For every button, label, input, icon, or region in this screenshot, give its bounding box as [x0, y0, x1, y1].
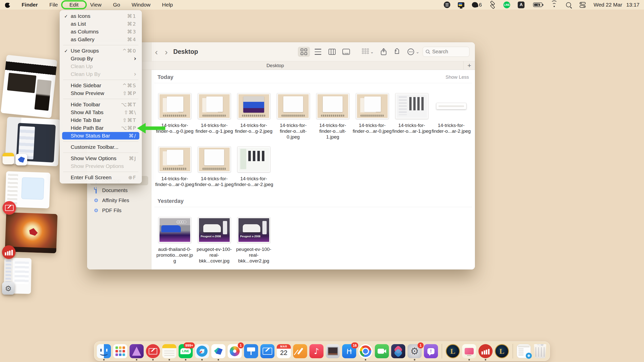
menu-window[interactable]: Window — [131, 1, 151, 8]
dock-spark-mail-icon[interactable] — [146, 344, 160, 358]
menu-finder[interactable]: Finder — [21, 1, 39, 8]
dock-alert-bubble-app-icon[interactable]: ! — [424, 344, 438, 358]
control-center-icon[interactable] — [579, 2, 586, 8]
file-item[interactable]: audi-thailand-0-promotio...over.jpg — [155, 217, 194, 264]
menu-item-hide-toolbar[interactable]: Hide Toolbar⌥⌘T — [62, 101, 139, 108]
battery-icon[interactable]: ⚡ — [532, 2, 543, 8]
dock-shortcuts-icon[interactable] — [391, 344, 405, 358]
dock-safari-icon[interactable] — [195, 344, 209, 358]
back-button[interactable]: ‹ — [151, 48, 161, 56]
dock-image-capture-icon[interactable] — [326, 344, 340, 358]
dock-calendar-icon[interactable]: MAR22 — [277, 344, 291, 358]
dock-launchpad-icon[interactable] — [113, 344, 127, 358]
menu-go[interactable]: Go — [112, 1, 121, 8]
menu-item-use-groups[interactable]: ✓Use Groups^⌘0 — [62, 47, 139, 55]
menu-file[interactable]: File — [48, 1, 59, 8]
dock-photos-icon[interactable]: 1 — [228, 344, 242, 358]
view-menu-dropdown: ✓as Icons⌘1 as List⌘2 as Columns⌘3 as Ga… — [60, 10, 142, 184]
dock-trash-icon[interactable] — [533, 344, 547, 358]
apple-menu[interactable] — [5, 2, 11, 8]
search-input[interactable] — [432, 49, 462, 55]
line-status-icon[interactable]: LINE — [503, 2, 510, 8]
column-view-icon — [329, 49, 336, 55]
menu-item-customize-toolbar[interactable]: Customize Toolbar... — [62, 143, 139, 151]
file-item[interactable]: 14-tricks-for-finder-o...ar-1.jpeg — [392, 93, 431, 140]
menu-item-as-list[interactable]: as List⌘2 — [62, 20, 139, 28]
dock-riot-games-icon[interactable] — [478, 344, 493, 358]
display-status-icon[interactable] — [458, 2, 464, 8]
menu-item-as-icons[interactable]: ✓as Icons⌘1 — [62, 12, 139, 20]
file-item[interactable]: 14-tricks-for-finder-o...g-1.jpeg — [194, 93, 234, 140]
dock-affinity-photo-icon[interactable] — [130, 344, 144, 358]
menu-item-hide-path-bar[interactable]: Hide Path Bar⌥⌘P — [62, 124, 139, 132]
show-less-today[interactable]: Show Less — [446, 74, 469, 80]
forward-button[interactable]: › — [161, 48, 171, 56]
file-item[interactable]: 14-tricks-for-finder-o...ar-0.jpeg — [352, 93, 392, 140]
sidebar-item-documents[interactable]: Documents — [90, 186, 148, 195]
dock-chrome-icon[interactable] — [358, 344, 373, 358]
file-item[interactable]: 14-tricks-for-finder-o...ult-1.jpeg — [313, 93, 352, 140]
browser-window-thumbnail[interactable] — [1, 55, 57, 118]
tab-desktop[interactable]: Desktop — [87, 63, 463, 68]
dock-league-of-legends-icon-2[interactable]: L — [495, 344, 509, 358]
menu-item-show-all-tabs[interactable]: Show All Tabs⇧⌘\ — [62, 109, 139, 116]
menu-item-show-preview[interactable]: Show Preview⇧⌘P — [62, 89, 139, 97]
file-item[interactable]: 14-tricks-for-finder-o...ar-1.jpeg — [194, 147, 234, 187]
finder-window: ‹ › Desktop ⌄ — [87, 42, 475, 269]
spotlight-icon[interactable] — [565, 2, 572, 8]
dock-notes-icon[interactable] — [162, 344, 176, 358]
file-item[interactable]: 14-tricks-for-finder-o...ult-0.jpeg — [273, 93, 313, 140]
dock-cleanmymac-icon[interactable] — [462, 344, 476, 358]
input-source-icon[interactable]: A — [518, 2, 525, 8]
sidebar-item-pdf-fils[interactable]: ⚙ PDF Fils — [90, 206, 148, 215]
list-view-button[interactable] — [312, 47, 324, 57]
share-button[interactable] — [380, 48, 387, 56]
more-actions-button[interactable]: ⌄ — [407, 48, 419, 56]
file-item[interactable]: 14-tricks-for-finder-o...ar-2.jpeg — [431, 93, 471, 140]
section-title-yesterday: Yesterday — [157, 198, 184, 204]
dock-league-of-legends-icon[interactable]: L — [446, 344, 460, 358]
dock-airmail-icon[interactable] — [211, 344, 225, 358]
column-view-button[interactable] — [326, 47, 338, 57]
menu-item-as-columns[interactable]: as Columns⌘3 — [62, 28, 139, 35]
menu-item-hide-sidebar[interactable]: Hide Sidebar^⌘S — [62, 82, 139, 89]
search-field[interactable] — [423, 47, 469, 57]
mail-status-item[interactable]: 6 — [472, 2, 482, 8]
file-item[interactable]: 14-tricks-for-finder-o...g-2.jpeg — [234, 93, 273, 140]
file-item[interactable]: Peugeot e-2008peugeot-ev-100-real-bkk...… — [234, 217, 273, 264]
tag-button[interactable] — [393, 48, 400, 55]
dock-system-settings-icon[interactable]: ⚙1 — [408, 344, 422, 358]
file-item[interactable]: 14-tricks-for-finder-o...ar-2.jpeg — [234, 147, 273, 187]
file-item[interactable]: 14-tricks-for-finder-o...ar-0.jpeg — [155, 147, 194, 187]
menu-item-enter-full-screen[interactable]: Enter Full Screen⊕F — [62, 174, 139, 181]
menu-view[interactable]: View — [89, 1, 102, 8]
yesterday-file-grid: audi-thailand-0-promotio...over.jpg Peug… — [154, 207, 472, 269]
dock-finder-icon[interactable] — [97, 344, 111, 358]
menu-item-show-view-options[interactable]: Show View Options⌘J — [62, 155, 139, 162]
file-browser-content: Today Show Less 14-tricks-for-finder-o..… — [151, 70, 475, 269]
menubar-app-icon[interactable] — [444, 2, 450, 8]
menu-item-group-by[interactable]: Group By› — [62, 55, 139, 62]
file-item[interactable]: Peugeot e-2008peugeot-ev-100-real-bkk...… — [194, 217, 234, 264]
icon-view-button[interactable] — [298, 47, 310, 57]
dock-facetime-icon[interactable] — [375, 344, 389, 358]
menu-item-show-status-bar[interactable]: Show Status Bar⌘/ — [62, 132, 139, 140]
sidebar-item-affinity-files[interactable]: ⚙ Affinity Files — [90, 196, 148, 205]
dock-music-icon[interactable]: ♪ — [309, 344, 324, 358]
dock-pages-icon[interactable] — [293, 344, 307, 358]
menu-item-as-gallery[interactable]: as Gallery⌘4 — [62, 36, 139, 43]
new-tab-button[interactable]: + — [463, 61, 475, 70]
group-by-button[interactable]: ⌄ — [362, 49, 374, 55]
dock-app-store-icon[interactable]: 16 — [342, 344, 356, 358]
dock-mail-icon[interactable] — [260, 344, 274, 358]
menu-help[interactable]: Help — [161, 1, 174, 8]
stacked-diamonds-icon[interactable] — [489, 2, 496, 8]
menubar-clock[interactable]: Wed 22 Mar 13:17 — [593, 2, 639, 8]
menu-item-hide-tab-bar[interactable]: Hide Tab Bar⇧⌘T — [62, 116, 139, 124]
dock-minimized-window-thumbnail[interactable] — [517, 344, 531, 358]
dock-keynote-icon[interactable] — [244, 344, 258, 358]
wifi-icon[interactable] — [551, 2, 558, 8]
gallery-view-button[interactable] — [340, 47, 352, 57]
dock-line-icon[interactable]: LINE999+ — [179, 344, 193, 358]
dock: LINE999+ 1 MAR22 ♪ 16 ⚙1 ! L L — [94, 341, 550, 361]
